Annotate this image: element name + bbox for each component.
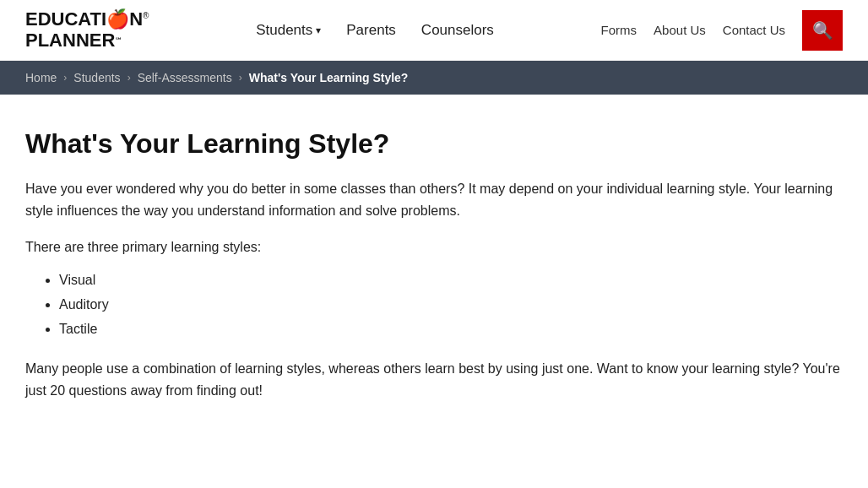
logo-tm: ℠ bbox=[115, 36, 122, 45]
list-item-tactile: Tactile bbox=[59, 317, 843, 342]
main-content: What's Your Learning Style? Have you eve… bbox=[0, 95, 868, 435]
style-tactile-label: Tactile bbox=[59, 322, 97, 336]
nav-about-label: About Us bbox=[654, 23, 706, 37]
main-nav: Students ▾ Parents Counselors bbox=[256, 22, 494, 39]
nav-contact[interactable]: Contact Us bbox=[723, 23, 785, 37]
nav-counselors[interactable]: Counselors bbox=[421, 22, 494, 39]
logo-line1b: N® bbox=[129, 8, 149, 30]
styles-intro: There are three primary learning styles: bbox=[25, 236, 843, 258]
search-icon: 🔍 bbox=[812, 20, 833, 41]
closing-paragraph: Many people use a combination of learnin… bbox=[25, 358, 843, 401]
chevron-down-icon: ▾ bbox=[316, 24, 321, 36]
nav-students[interactable]: Students ▾ bbox=[256, 22, 321, 39]
breadcrumb-home[interactable]: Home bbox=[25, 71, 57, 84]
learning-styles-list: Visual Auditory Tactile bbox=[59, 268, 843, 341]
logo[interactable]: EDUCATI🍎N® PLANNER℠ bbox=[25, 8, 149, 52]
breadcrumb: Home › Students › Self-Assessments › Wha… bbox=[0, 61, 868, 95]
site-header: EDUCATI🍎N® PLANNER℠ Students ▾ Parents C… bbox=[0, 0, 868, 61]
nav-parents[interactable]: Parents bbox=[346, 22, 396, 39]
nav-forms[interactable]: Forms bbox=[601, 23, 637, 37]
logo-line1: EDUCATI bbox=[25, 8, 106, 30]
nav-contact-label: Contact Us bbox=[723, 23, 785, 37]
breadcrumb-students[interactable]: Students bbox=[73, 71, 120, 84]
style-visual-label: Visual bbox=[59, 273, 95, 287]
logo-line2: PLANNER℠ bbox=[25, 30, 149, 52]
breadcrumb-sep-2: › bbox=[127, 72, 131, 84]
nav-students-label: Students bbox=[256, 22, 312, 39]
apple-icon: 🍎 bbox=[106, 8, 129, 30]
secondary-nav: Forms About Us Contact Us 🔍 bbox=[601, 10, 843, 51]
breadcrumb-self-assessments[interactable]: Self-Assessments bbox=[138, 71, 232, 84]
intro-paragraph: Have you ever wondered why you do better… bbox=[25, 178, 843, 221]
breadcrumb-sep-3: › bbox=[239, 72, 242, 84]
page-title: What's Your Learning Style? bbox=[25, 128, 843, 160]
breadcrumb-sep-1: › bbox=[63, 72, 67, 84]
style-auditory-label: Auditory bbox=[59, 297, 109, 312]
search-button[interactable]: 🔍 bbox=[802, 10, 843, 51]
breadcrumb-current: What's Your Learning Style? bbox=[249, 71, 409, 84]
nav-about[interactable]: About Us bbox=[654, 23, 706, 37]
list-item-visual: Visual bbox=[59, 268, 843, 293]
list-item-auditory: Auditory bbox=[59, 293, 843, 317]
nav-parents-label: Parents bbox=[346, 22, 396, 39]
nav-forms-label: Forms bbox=[601, 23, 637, 37]
nav-counselors-label: Counselors bbox=[421, 22, 494, 39]
